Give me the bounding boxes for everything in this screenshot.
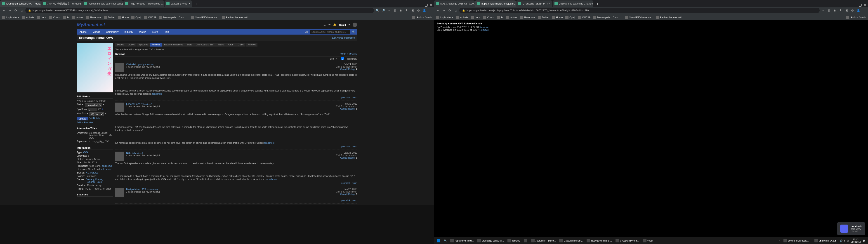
write-review-link[interactable]: Write a Review	[340, 53, 357, 55]
bookmark-item[interactable]: Home	[118, 16, 129, 19]
bookmark-item[interactable]: Recherche Internati...	[656, 16, 684, 19]
bookmark-item[interactable]: Recherche Internati...	[222, 16, 250, 19]
tab-episodes[interactable]: Episodes	[137, 43, 150, 47]
review-avatar[interactable]	[115, 188, 124, 197]
ext-icon[interactable]: ▦	[827, 8, 831, 12]
permalink[interactable]: permalink	[341, 199, 350, 202]
review-username[interactable]: LegendHaza	[126, 102, 140, 105]
review-username[interactable]: DarkpHatzzz1975	[126, 188, 146, 191]
tray-item[interactable]: qBittorrent v4.1.5	[813, 239, 838, 242]
remove-link[interactable]: Remove	[479, 28, 489, 31]
url-input[interactable]: 🔒https://myanimelist.net/anime/36732/Ero…	[25, 8, 374, 13]
bookmark-item[interactable]: Messagerie – Club L...	[593, 16, 622, 19]
anime-poster[interactable]: エロマンガ先生	[77, 43, 113, 92]
breadcrumb[interactable]: Top > Anime > Eromanga-sensei OVA > Revi…	[115, 48, 357, 52]
avatar-icon[interactable]: 👤	[422, 8, 426, 12]
mail-icon[interactable]: ✉	[329, 23, 331, 26]
report-link[interactable]: report	[352, 96, 357, 99]
bookmark-item[interactable]: Nyaa ENG No rema...	[191, 16, 219, 19]
close-icon[interactable]: ×	[189, 2, 190, 5]
review-username[interactable]: NQJ	[126, 152, 131, 154]
url-input[interactable]: 🔒https://myanimelist.net/ajaxtb.php?keep…	[459, 8, 819, 13]
browser-tab[interactable]: U72qf.png (1826×847)×	[516, 0, 552, 7]
plus-icon[interactable]: ⊕	[101, 108, 103, 111]
report-link[interactable]: report	[352, 199, 357, 202]
bookmark-item[interactable]: Facebook	[86, 16, 101, 19]
permalink[interactable]: permalink	[341, 182, 350, 184]
tab-pictures[interactable]: Pictures	[246, 43, 257, 47]
taskbar-app[interactable]: C:\cygwin64\hom...	[614, 237, 641, 244]
browser-tab[interactable]: MAL Challenge 2018 v2 - Goo...×	[434, 0, 475, 7]
ext-icon[interactable]: ◉	[399, 8, 403, 12]
bookmark-folder[interactable]: Animés	[456, 16, 468, 19]
browser-tab[interactable]: "Mijo no Soup" - Recherche G...×	[123, 0, 164, 7]
tab-characters[interactable]: Characters & Staff	[194, 43, 216, 47]
avatar[interactable]	[352, 23, 357, 27]
taskbar-app[interactable]: ~/test	[641, 237, 655, 244]
clock[interactable]: 20:42 12/03/2019	[850, 238, 861, 243]
notification-center-icon[interactable]: 💬	[863, 240, 865, 242]
bookmark-item[interactable]: Home	[552, 16, 563, 19]
star-icon[interactable]: ☆	[387, 8, 391, 12]
list-icon[interactable]: ☰	[323, 23, 326, 26]
review-avatar[interactable]	[115, 152, 124, 161]
new-tab-button[interactable]: +	[193, 1, 199, 7]
nav-watch[interactable]: Watch	[136, 29, 149, 35]
taskbar-app[interactable]	[522, 237, 529, 244]
bookmark-item[interactable]: Facebook	[520, 16, 535, 19]
tab-reviews[interactable]: Reviews	[150, 43, 162, 47]
home-icon[interactable]: ⌂	[454, 8, 458, 13]
forward-icon[interactable]: →	[8, 8, 12, 13]
bookmark-folder[interactable]: Autres	[506, 16, 518, 19]
status-select[interactable]: Completed	[85, 103, 102, 107]
chevron-down-icon[interactable]: ▾	[336, 58, 337, 60]
ext-icon[interactable]: ⬇	[405, 8, 409, 12]
browser-tab[interactable]: バチカン奇跡調査官 - Wikipedia×	[41, 0, 82, 7]
close-icon[interactable]: ×	[549, 2, 550, 5]
browser-tab[interactable]: 2019 Anime Watching Challeng...×	[553, 0, 593, 7]
taskbar-app[interactable]: #butaburin - Disco...	[529, 237, 558, 244]
star-icon[interactable]: ☆	[821, 8, 825, 12]
close-icon[interactable]: ✕	[430, 3, 433, 6]
bookmark-folder[interactable]: Cours	[483, 16, 494, 19]
ext-icon[interactable]: ⬇	[839, 8, 843, 12]
minimize-icon[interactable]: —	[854, 3, 857, 6]
taskbar-app[interactable]: Node.js command ...	[585, 237, 614, 244]
nav-community[interactable]: Community	[103, 29, 121, 35]
bookmark-item[interactable]: Twitter	[104, 16, 115, 19]
preliminary-checkbox[interactable]	[341, 57, 344, 60]
maximize-icon[interactable]: ▢	[859, 3, 862, 6]
all-reviews-link[interactable]: (All reviews)	[143, 63, 154, 66]
apps-button[interactable]: Applications	[2, 16, 19, 19]
update-button[interactable]: Update	[77, 117, 88, 120]
tab-details[interactable]: Details	[115, 43, 126, 47]
taskbar-app[interactable]: C:\cygwin64\hom...	[557, 237, 585, 244]
all-reviews-link[interactable]: (All reviews)	[147, 188, 158, 191]
browser-tab[interactable]: https://myanimelist.net/ajaxtb...×	[475, 0, 516, 7]
new-tab-button[interactable]: +	[595, 1, 600, 7]
other-bookmarks[interactable]: Autres favoris	[846, 16, 866, 19]
ext-icon[interactable]: ◐	[850, 8, 855, 12]
bookmark-folder[interactable]: Pc	[63, 16, 70, 19]
other-bookmarks[interactable]: Autres favoris	[412, 16, 432, 19]
bookmark-folder[interactable]: Jeux	[471, 16, 480, 19]
taskbar-app[interactable]: https://myanimeli...	[448, 237, 475, 244]
bookmark-item[interactable]: Oyaji	[565, 16, 575, 19]
tab-clubs[interactable]: Clubs	[236, 43, 246, 47]
all-reviews-link[interactable]: (All reviews)	[132, 152, 143, 154]
bookmark-item[interactable]: Oyaji	[131, 16, 141, 19]
menu-icon[interactable]: ⋮	[862, 8, 866, 12]
maximize-icon[interactable]: ▢	[425, 3, 428, 6]
tab-recommendations[interactable]: Recommendations	[162, 43, 185, 47]
edit-details-link[interactable]: Edit Details	[89, 117, 100, 120]
back-icon[interactable]: ←	[436, 8, 440, 13]
nav-manga[interactable]: Manga	[90, 29, 103, 35]
bookmark-folder[interactable]: Jeux	[37, 16, 46, 19]
zoom-icon[interactable]: 🔎	[381, 8, 385, 12]
close-icon[interactable]: ✕	[864, 3, 867, 6]
ext-icon[interactable]: ◉	[833, 8, 837, 12]
tab-news[interactable]: News	[216, 43, 225, 47]
speaker-icon[interactable]: 🔊	[840, 240, 842, 242]
permalink[interactable]: permalink	[341, 96, 350, 99]
add-favorites-link[interactable]: Add to Favorites	[77, 121, 93, 124]
